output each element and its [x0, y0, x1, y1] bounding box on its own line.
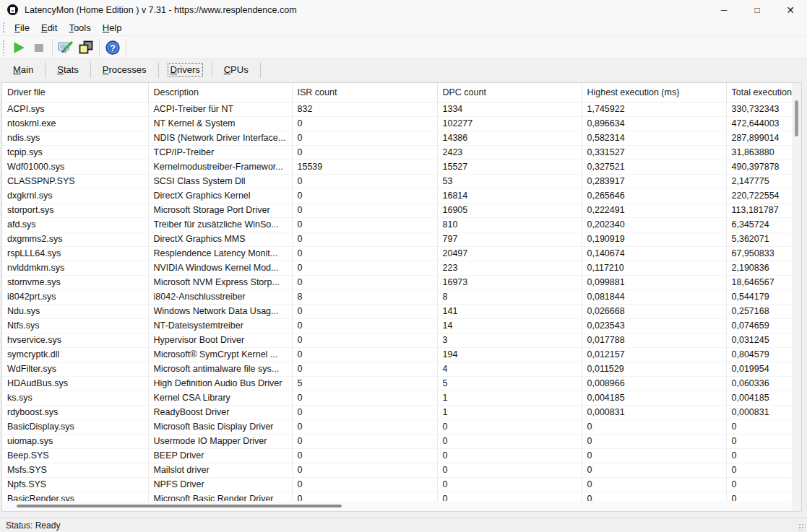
horizontal-scrollbar[interactable] [2, 501, 792, 511]
table-row[interactable]: hvservice.sysHypervisor Boot Driver030,0… [2, 333, 792, 347]
toolbar-separator [52, 39, 53, 56]
options-button[interactable] [56, 38, 76, 57]
minimize-button[interactable]: ─ [707, 0, 741, 19]
cell-isr: 0 [292, 419, 437, 434]
table-row[interactable]: nvlddmkm.sysNVIDIA Windows Kernel Mod...… [2, 261, 792, 275]
cell-isr: 0 [292, 145, 437, 160]
menu-help[interactable]: Help [97, 21, 128, 35]
menubar-gripper[interactable] [2, 22, 5, 33]
tab-processes[interactable]: Processes [91, 61, 158, 82]
cell-dpc: 810 [437, 217, 582, 232]
cell-description: Microsoft Storage Port Driver [148, 203, 292, 217]
cell-highest: 0,117210 [582, 261, 726, 275]
cell-total: 31,863880 [726, 145, 792, 160]
cell-file: symcryptk.dll [2, 347, 148, 362]
cell-description: Kernel CSA Library [148, 391, 292, 405]
table-row[interactable]: storport.sysMicrosoft Storage Port Drive… [2, 203, 792, 217]
menu-tools[interactable]: Tools [63, 21, 96, 35]
cell-dpc: 4 [437, 362, 582, 376]
maximize-button[interactable]: □ [741, 0, 774, 19]
cell-highest: 0 [582, 463, 726, 477]
table-row[interactable]: ntoskrnl.exeNT Kernel & System01022770,8… [2, 116, 792, 131]
table-row[interactable]: uiomap.sysUsermode IO Mapper Driver0000 [2, 434, 792, 448]
window-controls: ─ □ ✕ [707, 0, 807, 19]
cell-total: 6,345724 [726, 217, 792, 232]
table-row[interactable]: Msfs.SYSMailslot driver0000 [2, 463, 792, 477]
table-row[interactable]: Ntfs.sysNT-Dateisystemtreiber0140,023543… [2, 318, 792, 333]
cell-file: afd.sys [2, 217, 148, 232]
cell-file: ndis.sys [2, 131, 148, 145]
column-header-total-execution[interactable]: Total execution [726, 83, 792, 102]
table-row[interactable]: dxgmms2.sysDirectX Graphics MMS07970,190… [2, 232, 792, 246]
cell-file: i8042prt.sys [2, 289, 148, 304]
cell-description: SCSI Class System Dll [148, 174, 292, 188]
cell-description: Windows Network Data Usag... [148, 304, 292, 318]
table-row[interactable]: ks.sysKernel CSA Library010,0041850,0041… [2, 391, 792, 405]
table-row[interactable]: symcryptk.dllMicrosoft® SymCrypt Kernel … [2, 347, 792, 362]
cell-file: dxgkrnl.sys [2, 188, 148, 203]
tab-main[interactable]: Main [1, 61, 45, 82]
table-row[interactable]: BasicDisplay.sysMicrosoft Basic Display … [2, 419, 792, 434]
table-row[interactable]: Ndu.sysWindows Network Data Usag...01410… [2, 304, 792, 318]
cell-highest: 0,190919 [582, 232, 726, 246]
vertical-scrollbar-thumb[interactable] [795, 100, 798, 136]
table-row[interactable]: Beep.SYSBEEP Driver0000 [2, 448, 792, 463]
column-header-description[interactable]: Description [148, 83, 292, 102]
menu-edit[interactable]: Edit [35, 21, 63, 35]
cell-dpc: 53 [437, 174, 582, 188]
cell-isr: 0 [292, 304, 437, 318]
cell-description: NPFS Driver [148, 477, 292, 492]
table-row[interactable]: dxgkrnl.sysDirectX Graphics Kernel016814… [2, 188, 792, 203]
table-row[interactable]: CLASSPNP.SYSSCSI Class System Dll0530,28… [2, 174, 792, 188]
table-row[interactable]: ndis.sysNDIS (Network Driver Interface..… [2, 131, 792, 145]
report-button[interactable] [76, 38, 96, 57]
tab-cpus[interactable]: CPUs [212, 61, 260, 82]
cell-isr: 0 [292, 232, 437, 246]
cell-description: NDIS (Network Driver Interface... [148, 131, 292, 145]
column-header-driver-file[interactable]: Driver file [2, 83, 148, 102]
horizontal-scrollbar-thumb[interactable] [17, 505, 342, 507]
vertical-scrollbar[interactable] [792, 83, 801, 511]
column-header-highest-execution[interactable]: Highest execution (ms) [582, 83, 726, 102]
cell-highest: 0,026668 [582, 304, 726, 318]
table-row[interactable]: i8042prt.sysi8042-Anschlusstreiber880,08… [2, 289, 792, 304]
table-row[interactable]: tcpip.sysTCP/IP-Treiber024230,33152731,8… [2, 145, 792, 160]
table-row[interactable]: Wdf01000.sysKernelmodustreiber-Framewor.… [2, 160, 792, 174]
close-button[interactable]: ✕ [774, 0, 807, 19]
cell-file: WdFilter.sys [2, 362, 148, 376]
table-row[interactable]: ACPI.sysACPI-Treiber für NT83213341,7459… [2, 102, 792, 116]
cell-total: 0,000831 [726, 405, 792, 419]
table-row[interactable]: HDAudBus.sysHigh Definition Audio Bus Dr… [2, 376, 792, 391]
column-header-dpc-count[interactable]: DPC count [437, 83, 582, 102]
resize-grip-icon[interactable] [798, 523, 806, 531]
cell-total: 287,899014 [726, 131, 792, 145]
cell-isr: 0 [292, 188, 437, 203]
toolbar-gripper[interactable] [2, 40, 5, 56]
table-row[interactable]: rspLLL64.sysResplendence Latency Monit..… [2, 246, 792, 261]
menu-file[interactable]: File [9, 21, 35, 35]
cell-dpc: 5 [437, 376, 582, 391]
table-row[interactable]: stornvme.sysMicrosoft NVM Express Storp.… [2, 275, 792, 289]
cell-highest: 0,283917 [582, 174, 726, 188]
tab-drivers[interactable]: Drivers [159, 61, 212, 82]
cell-total: 113,181787 [726, 203, 792, 217]
cell-dpc: 0 [437, 477, 582, 492]
cell-dpc: 141 [437, 304, 582, 318]
table-row[interactable]: rdyboost.sysReadyBoost Driver010,0008310… [2, 405, 792, 419]
cell-total: 330,732343 [726, 102, 792, 116]
toolbar-separator [99, 39, 100, 56]
table-row[interactable]: Npfs.SYSNPFS Driver0000 [2, 477, 792, 492]
table-row[interactable]: WdFilter.sysMicrosoft antimalware file s… [2, 362, 792, 376]
table-row[interactable]: afd.sysTreiber für zusätzliche WinSo...0… [2, 217, 792, 232]
cell-isr: 0 [292, 347, 437, 362]
cell-dpc: 8 [437, 289, 582, 304]
cell-file: ntoskrnl.exe [2, 116, 148, 131]
help-button[interactable]: ? [103, 38, 123, 57]
start-monitor-button[interactable] [9, 38, 29, 57]
cell-highest: 0 [582, 434, 726, 448]
cell-isr: 0 [292, 477, 437, 492]
stop-monitor-button[interactable] [29, 38, 49, 57]
cell-isr: 0 [292, 217, 437, 232]
column-header-isr-count[interactable]: ISR count [292, 83, 437, 102]
tab-stats[interactable]: Stats [46, 61, 90, 82]
